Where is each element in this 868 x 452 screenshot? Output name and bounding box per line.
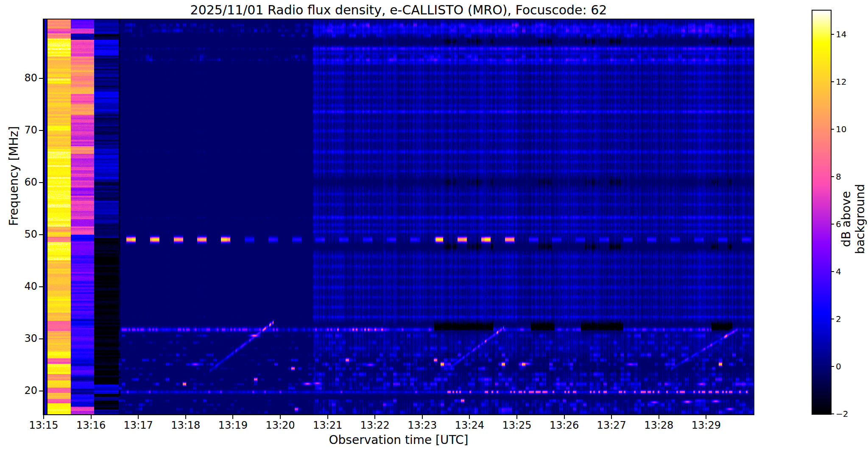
x-tick-label: 13:22 [349,419,400,431]
y-tick-label: 60 [8,176,37,188]
y-tick-mark [39,234,43,235]
y-tick-mark [39,338,43,339]
colorbar-tick-mark [832,176,834,177]
spectrogram-canvas [44,19,754,414]
x-tick-mark [422,415,423,419]
y-tick-label: 80 [8,72,37,84]
x-tick-label: 13:29 [681,419,731,431]
colorbar-gradient-canvas [812,11,831,414]
x-tick-label: 13:20 [255,419,306,431]
x-tick-mark [611,415,612,419]
colorbar-tick-mark [832,413,834,414]
x-axis-label: Observation time [UTC] [44,433,754,447]
colorbar-tick-mark [832,224,834,225]
x-tick-label: 13:18 [160,419,211,431]
colorbar-tick-label: 14 [836,29,861,39]
chart-title: 2025/11/01 Radio flux density, e-CALLIST… [44,3,754,17]
colorbar-tick-mark [832,81,834,82]
x-tick-label: 13:15 [18,419,69,431]
colorbar-tick-label: 6 [836,219,861,229]
x-tick-label: 13:28 [634,419,684,431]
x-tick-mark [516,415,517,419]
x-tick-label: 13:26 [539,419,590,431]
y-tick-label: 50 [8,228,37,240]
x-tick-label: 13:23 [397,419,448,431]
x-tick-mark [469,415,470,419]
x-tick-mark [706,415,706,419]
colorbar-tick-label: 4 [836,266,861,277]
colorbar-tick-mark [832,271,834,272]
x-tick-label: 13:21 [302,419,353,431]
y-tick-label: 20 [8,385,37,397]
colorbar [812,10,832,415]
colorbar-tick-label: 10 [836,124,861,134]
colorbar-tick-mark [832,34,834,35]
x-tick-mark [327,415,328,419]
y-tick-label: 40 [8,280,37,292]
plot-area [43,19,754,415]
x-tick-label: 13:25 [491,419,542,431]
x-tick-mark [374,415,375,419]
x-tick-mark [138,415,139,419]
spectrogram-figure: 2025/11/01 Radio flux density, e-CALLIST… [0,0,868,452]
x-tick-mark [564,415,565,419]
y-tick-mark [39,391,43,391]
colorbar-tick-label: 12 [836,77,861,87]
colorbar-tick-mark [832,129,834,130]
x-tick-label: 13:24 [444,419,495,431]
y-tick-label: 30 [8,333,37,344]
colorbar-tick-label: 0 [836,361,861,372]
x-tick-mark [280,415,281,419]
y-tick-mark [39,182,43,183]
x-tick-label: 13:16 [66,419,117,431]
x-tick-mark [185,415,186,419]
x-tick-mark [659,415,659,419]
y-tick-mark [39,130,43,131]
x-tick-mark [91,415,92,419]
x-tick-label: 13:27 [586,419,637,431]
x-tick-mark [232,415,233,419]
colorbar-tick-label: 2 [836,314,861,324]
x-tick-label: 13:19 [207,419,258,431]
colorbar-tick-label: −2 [836,409,861,419]
colorbar-tick-mark [832,319,834,319]
colorbar-tick-mark [832,366,834,367]
x-tick-label: 13:17 [113,419,164,431]
y-tick-mark [39,286,43,287]
colorbar-tick-label: 8 [836,172,861,182]
y-tick-mark [39,78,43,79]
x-tick-mark [43,415,44,419]
y-tick-label: 70 [8,124,37,136]
